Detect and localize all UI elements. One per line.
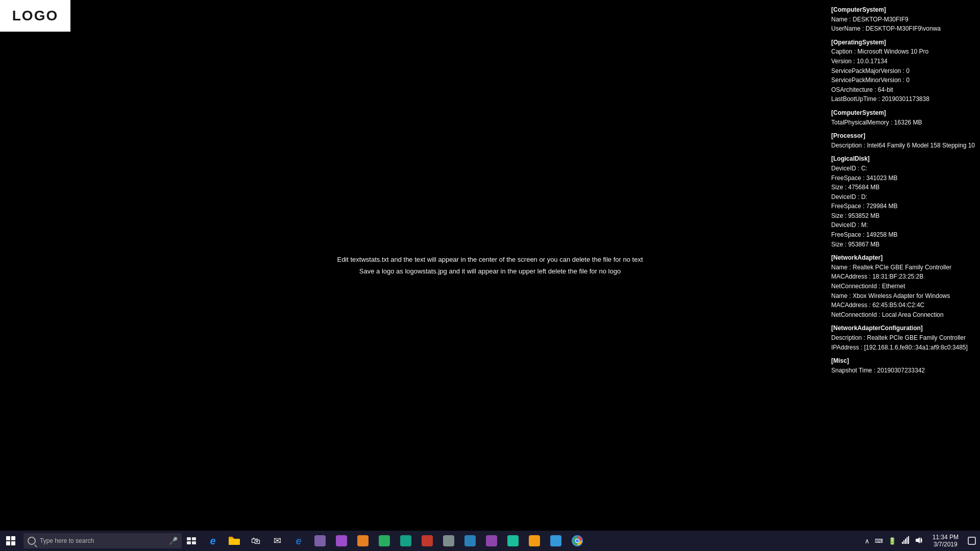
logical-disk-header: [LogicalDisk]: [831, 154, 975, 164]
size-m: Size : 953867 MB: [831, 240, 975, 249]
nac-desc: Description : Realtek PCIe GBE Family Co…: [831, 333, 975, 343]
misc-header: [Misc]: [831, 356, 975, 366]
network-icon: [901, 536, 910, 544]
na-name2: Name : Xbox Wireless Adapter for Windows: [831, 291, 975, 301]
chrome-icon: [572, 535, 583, 546]
os-version: Version : 10.0.17134: [831, 57, 975, 66]
taskbar-app-14[interactable]: [481, 531, 502, 551]
clock[interactable]: 11:34 PM 3/7/2019: [927, 531, 964, 551]
processor-desc: Description : Intel64 Family 6 Model 158…: [831, 141, 975, 151]
svg-rect-14: [906, 537, 908, 544]
tray-expand-icon[interactable]: ∧: [863, 537, 871, 545]
svg-rect-1: [192, 537, 196, 540]
taskbar-app-13[interactable]: [459, 531, 481, 551]
taskbar-app-mail[interactable]: ✉: [266, 531, 288, 551]
search-bar[interactable]: Type here to search 🎤: [23, 533, 182, 548]
keyboard-icon: ⌨: [873, 538, 885, 544]
computer-system2-section: [ComputerSystem] TotalPhysicalMemory : 1…: [831, 108, 975, 127]
taskbar-app-10[interactable]: [395, 531, 416, 551]
ie-icon: e: [293, 535, 304, 546]
taskbar-app-explorer[interactable]: [224, 531, 245, 551]
freespace-m: FreeSpace : 149258 MB: [831, 230, 975, 240]
app9-icon: [379, 535, 390, 546]
processor-section: [Processor] Description : Intel64 Family…: [831, 131, 975, 150]
taskbar: Type here to search 🎤 e 🛍 ✉: [0, 531, 980, 551]
os-sp-minor: ServicePackMinorVersion : 0: [831, 76, 975, 85]
sysinfo-name: Name : DESKTOP-M30FIF9: [831, 15, 975, 24]
taskbar-app-17[interactable]: [545, 531, 567, 551]
search-icon: [28, 537, 36, 545]
svg-rect-11: [902, 542, 903, 544]
app15-icon: [507, 535, 519, 546]
app6-icon: [314, 535, 326, 546]
computer-system2-header: [ComputerSystem]: [831, 108, 975, 118]
taskbar-app-6[interactable]: [309, 531, 331, 551]
taskbar-app-12[interactable]: [438, 531, 459, 551]
svg-rect-3: [192, 541, 196, 544]
taskbar-app-7[interactable]: [331, 531, 352, 551]
sysinfo-username: UserName : DESKTOP-M30FIF9\vonwa: [831, 24, 975, 34]
taskbar-app-15[interactable]: [502, 531, 524, 551]
taskbar-app-16[interactable]: [524, 531, 545, 551]
start-button[interactable]: [0, 531, 21, 551]
task-view-icon: [187, 537, 196, 544]
taskbar-app-11[interactable]: [416, 531, 438, 551]
os-sp-major: ServicePackMajorVersion : 0: [831, 66, 975, 76]
taskbar-app-9[interactable]: [374, 531, 395, 551]
logical-disk-section: [LogicalDisk] DeviceID : C: FreeSpace : …: [831, 154, 975, 249]
instruction-line2: Save a logo as logowstats.jpg and it wil…: [337, 265, 643, 277]
na-mac1: MACAddress : 18:31:BF:23:25:2B: [831, 272, 975, 282]
explorer-icon: [229, 535, 240, 546]
network-adapter-section: [NetworkAdapter] Name : Realtek PCIe GBE…: [831, 253, 975, 319]
na-header: [NetworkAdapter]: [831, 253, 975, 263]
svg-rect-6: [229, 537, 233, 539]
taskbar-app-store[interactable]: 🛍: [245, 531, 266, 551]
microphone-icon[interactable]: 🎤: [169, 537, 178, 545]
svg-point-10: [576, 539, 579, 542]
os-caption: Caption : Microsoft Windows 10 Pro: [831, 47, 975, 57]
edge-icon: e: [207, 535, 218, 546]
os-arch: OSArchitecture : 64-bit: [831, 85, 975, 95]
na-conn2: NetConnectionId : Local Area Connection: [831, 310, 975, 320]
device-d: DeviceID : D:: [831, 192, 975, 202]
system-info-panel: [ComputerSystem] Name : DESKTOP-M30FIF9 …: [831, 5, 975, 379]
size-d: Size : 953852 MB: [831, 211, 975, 221]
svg-rect-0: [187, 537, 191, 540]
misc-section: [Misc] Snapshot Time : 20190307233342: [831, 356, 975, 375]
tray-icons-area: ∧ ⌨ 🔋: [860, 536, 927, 546]
task-view-button[interactable]: [182, 531, 201, 551]
volume-svg: [915, 536, 923, 544]
clock-date: 3/7/2019: [934, 541, 958, 548]
na-conn1: NetConnectionId : Ethernet: [831, 282, 975, 291]
network-tray-icon[interactable]: [900, 536, 911, 546]
freespace-c: FreeSpace : 341023 MB: [831, 173, 975, 183]
svg-rect-13: [905, 539, 906, 544]
windows-icon: [6, 536, 15, 545]
volume-icon[interactable]: [913, 536, 924, 546]
mail-icon: ✉: [272, 535, 283, 546]
svg-marker-16: [916, 537, 920, 543]
computer-system-header: [ComputerSystem]: [831, 5, 975, 15]
app12-icon: [443, 535, 454, 546]
app14-icon: [486, 535, 497, 546]
svg-rect-12: [903, 540, 904, 544]
processor-header: [Processor]: [831, 131, 975, 141]
size-c: Size : 475684 MB: [831, 183, 975, 192]
na-mac2: MACAddress : 62:45:B5:04:C2:4C: [831, 300, 975, 310]
desktop: LOGO [ComputerSystem] Name : DESKTOP-M30…: [0, 0, 980, 531]
taskbar-app-edge[interactable]: e: [202, 531, 224, 551]
os-lastboot: LastBootUpTime : 20190301173838: [831, 94, 975, 104]
instruction-line1: Edit textwstats.txt and the text will ap…: [337, 254, 643, 265]
notification-center-button[interactable]: [964, 531, 980, 551]
taskbar-apps: e 🛍 ✉ e: [202, 531, 860, 551]
clock-time: 11:34 PM: [933, 534, 959, 541]
app17-icon: [550, 535, 561, 546]
network-adapter-config-section: [NetworkAdapterConfiguration] Descriptio…: [831, 323, 975, 352]
freespace-d: FreeSpace : 729984 MB: [831, 202, 975, 211]
taskbar-app-8[interactable]: [352, 531, 374, 551]
app8-icon: [357, 535, 369, 546]
taskbar-app-ie[interactable]: e: [288, 531, 309, 551]
taskbar-app-chrome[interactable]: [567, 531, 588, 551]
app16-icon: [529, 535, 540, 546]
na-name1: Name : Realtek PCIe GBE Family Controlle…: [831, 263, 975, 272]
